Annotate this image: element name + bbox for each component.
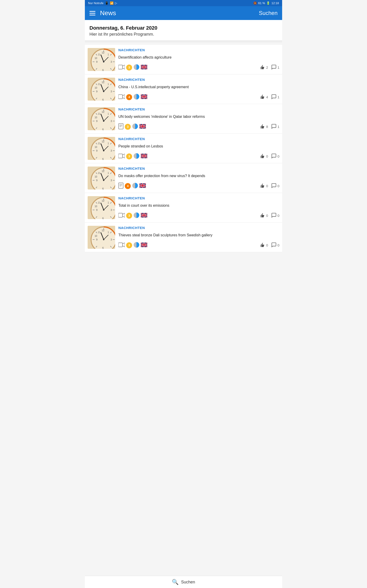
comments-count: 1	[277, 95, 279, 99]
thumbs-up-icon	[260, 213, 265, 218]
likes-count: 0	[266, 243, 268, 247]
svg-text:9: 9	[96, 149, 98, 152]
svg-rect-216	[118, 243, 123, 247]
news-headline: Thieves steal bronze Dali sculptures fro…	[118, 233, 279, 238]
news-item[interactable]: 12 3 9 6 1 11 10 NACHRICHTEN UN body wel…	[85, 104, 282, 134]
news-content: NACHRICHTEN China - U.S.intellectual pro…	[118, 78, 279, 101]
likes-stat: 0	[260, 153, 268, 159]
status-cast-icon: ▷	[115, 1, 117, 5]
svg-marker-53	[123, 95, 125, 99]
search-button[interactable]: Suchen	[259, 10, 277, 16]
likes-count: 0	[266, 154, 268, 158]
header-left: News	[90, 9, 116, 17]
news-meta: 3 0	[118, 242, 279, 249]
half-circle-icon	[132, 183, 138, 190]
news-content: NACHRICHTEN Total in court over its emis…	[118, 196, 279, 219]
status-mute-icon: 🔕	[253, 1, 257, 5]
svg-text:9: 9	[96, 179, 98, 182]
comment-icon	[271, 153, 276, 159]
uk-flag-icon	[141, 95, 147, 100]
likes-count: 4	[266, 95, 268, 99]
video-icon	[118, 65, 125, 70]
svg-text:1: 1	[108, 172, 109, 174]
news-item[interactable]: 12 3 9 6 1 11 10 NACHRICHTEN Desertifica…	[85, 45, 282, 74]
svg-text:11: 11	[98, 172, 100, 174]
thumbs-up-icon	[260, 242, 265, 248]
comments-stat: 0	[271, 153, 279, 159]
status-battery-icon: 🔋	[266, 1, 270, 5]
comments-stat: 0	[271, 242, 279, 248]
comments-stat: 0	[271, 183, 279, 189]
news-category: NACHRICHTEN	[118, 48, 279, 52]
svg-text:9: 9	[96, 90, 98, 93]
svg-text:1: 1	[108, 53, 109, 56]
divider	[85, 41, 282, 43]
svg-text:12: 12	[102, 229, 104, 232]
news-item[interactable]: 12 3 9 6 1 11 10 NACHRICHTEN Do masks of…	[85, 163, 282, 193]
news-category: NACHRICHTEN	[118, 226, 279, 230]
news-item[interactable]: 12 3 9 6 1 11 10 NACHRICHTEN China - U.S…	[85, 74, 282, 104]
news-item[interactable]: 12 3 9 6 1 11 10 NACHRICHTEN Thieves ste…	[85, 223, 282, 252]
video-icon	[118, 94, 125, 100]
tag-number: 3	[125, 124, 131, 130]
news-thumbnail: 12 3 9 6 1 11 10	[88, 137, 115, 160]
svg-text:12: 12	[102, 170, 104, 173]
svg-text:3: 3	[110, 120, 112, 122]
news-item[interactable]: 12 3 9 6 1 11 10 NACHRICHTEN Total in co…	[85, 193, 282, 223]
news-thumbnail: 12 3 9 6 1 11 10	[88, 107, 115, 130]
news-tags: 3	[118, 153, 147, 160]
svg-text:6: 6	[102, 157, 104, 160]
status-phone-icon: 📱	[105, 1, 108, 5]
thumbs-up-icon	[260, 183, 265, 189]
uk-flag-icon	[141, 213, 147, 218]
news-headline: Desertification affects agriculture	[118, 55, 279, 60]
uk-flag-icon	[141, 65, 147, 70]
news-tags: 4	[118, 183, 146, 190]
comments-stat: 1	[271, 94, 279, 100]
likes-stat: 4	[260, 94, 268, 100]
svg-rect-52	[118, 95, 123, 99]
svg-point-51	[103, 91, 104, 92]
likes-count: 0	[266, 214, 268, 217]
news-content: NACHRICHTEN Thieves steal bronze Dali sc…	[118, 226, 279, 249]
status-battery-text: 61 %	[258, 1, 265, 5]
svg-text:12: 12	[102, 199, 104, 202]
half-circle-icon	[133, 242, 140, 249]
article-icon	[118, 123, 123, 130]
likes-count: 2	[266, 65, 268, 69]
half-circle-icon	[133, 64, 140, 71]
news-headline: Do masks offer protection from new virus…	[118, 174, 279, 179]
status-bar: Nur Notrufe 📱 📶 ▷ 🔕 61 % 🔋 12:18	[85, 0, 282, 6]
news-content: NACHRICHTEN Do masks offer protection fr…	[118, 166, 279, 190]
news-meta: 4 0	[118, 183, 279, 190]
status-right: 🔕 61 % 🔋 12:18	[253, 1, 279, 5]
news-headline: People stranded on Lesbos	[118, 144, 279, 149]
comments-count: 0	[277, 184, 279, 188]
news-category: NACHRICHTEN	[118, 78, 279, 82]
svg-text:6: 6	[102, 98, 104, 101]
news-item[interactable]: 12 3 9 6 1 11 10 NACHRICHTEN People stra…	[85, 134, 282, 163]
svg-marker-185	[123, 213, 125, 217]
comment-icon	[271, 242, 276, 248]
news-stats: 8 1	[260, 124, 279, 130]
menu-button[interactable]	[90, 11, 95, 15]
svg-text:10: 10	[94, 205, 97, 208]
likes-stat: 2	[260, 65, 268, 70]
news-thumbnail: 12 3 9 6 1 11 10	[88, 196, 115, 219]
likes-stat: 0	[260, 183, 268, 189]
bottom-search-bar[interactable]: 🔍 Suchen	[85, 576, 282, 588]
news-stats: 0 0	[260, 183, 279, 189]
svg-text:6: 6	[102, 217, 104, 219]
news-stats: 4 1	[260, 94, 279, 100]
news-category: NACHRICHTEN	[118, 166, 279, 170]
news-tags: 3	[118, 242, 147, 249]
news-meta: 3 2	[118, 64, 279, 71]
thumbs-up-icon	[260, 65, 265, 70]
svg-text:12: 12	[102, 51, 104, 54]
tag-number: 3	[126, 153, 132, 159]
svg-text:9: 9	[96, 61, 98, 63]
svg-text:10: 10	[94, 57, 97, 60]
news-meta: 3 8	[118, 123, 279, 130]
video-icon	[118, 242, 125, 248]
svg-text:6: 6	[102, 246, 104, 249]
